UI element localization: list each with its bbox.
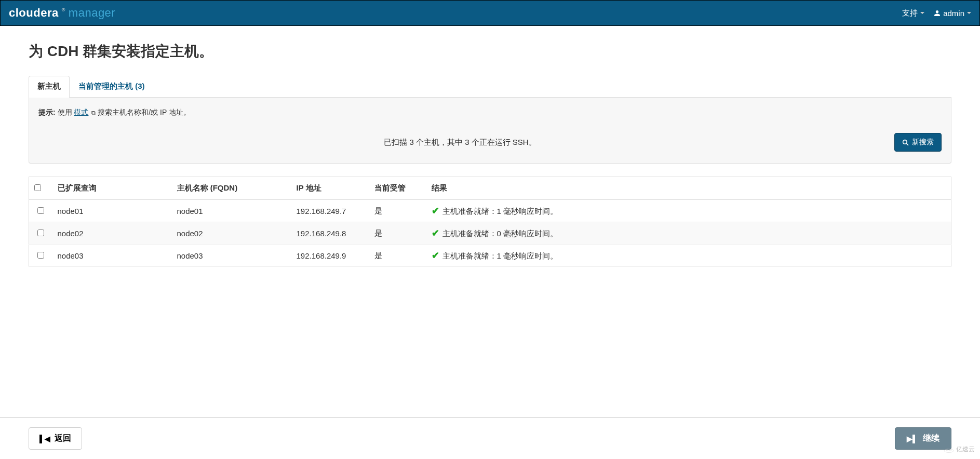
- table-row: node01 node01 192.168.249.7 是 ✔主机准备就绪：1 …: [29, 200, 951, 222]
- cell-managed: 是: [369, 222, 426, 245]
- brand-reg: ®: [62, 7, 65, 12]
- user-icon: [934, 10, 941, 17]
- col-checkbox: [29, 177, 52, 200]
- support-label: 支持: [902, 8, 918, 18]
- table-header-row: 已扩展查询 主机名称 (FQDN) IP 地址 当前受管 结果: [29, 177, 951, 200]
- col-managed: 当前受管: [369, 177, 426, 200]
- cell-ip: 192.168.249.8: [291, 222, 369, 245]
- tip-suffix: 搜索主机名称和/或 IP 地址。: [98, 108, 191, 116]
- cell-result: ✔主机准备就绪：1 毫秒响应时间。: [426, 200, 951, 222]
- check-icon: ✔: [432, 250, 439, 261]
- scan-row: 已扫描 3 个主机，其中 3 个正在运行 SSH。 新搜索: [38, 133, 942, 152]
- cell-ip: 192.168.249.9: [291, 245, 369, 267]
- table-row: node03 node03 192.168.249.9 是 ✔主机准备就绪：1 …: [29, 245, 951, 267]
- navbar: cloudera® manager 支持 admin: [0, 0, 980, 26]
- pattern-link[interactable]: 模式: [74, 108, 88, 116]
- cell-expanded: node03: [52, 245, 172, 267]
- select-all-checkbox[interactable]: [34, 184, 41, 191]
- cell-managed: 是: [369, 245, 426, 267]
- tab-new-hosts[interactable]: 新主机: [29, 76, 70, 98]
- check-icon: ✔: [432, 228, 439, 238]
- user-menu[interactable]: admin: [934, 9, 971, 18]
- row-checkbox[interactable]: [37, 207, 44, 214]
- svg-point-0: [903, 140, 907, 144]
- row-checkbox[interactable]: [37, 252, 44, 259]
- tip-row: 提示: 使用 模式 ⧉ 搜索主机名称和/或 IP 地址。: [38, 108, 942, 117]
- support-menu[interactable]: 支持: [902, 8, 924, 18]
- svg-line-1: [906, 143, 908, 145]
- new-search-button[interactable]: 新搜索: [894, 133, 942, 152]
- brand-cloudera: cloudera: [9, 6, 59, 20]
- cell-result: ✔主机准备就绪：0 毫秒响应时间。: [426, 222, 951, 245]
- col-ip: IP 地址: [291, 177, 369, 200]
- tabs: 新主机 当前管理的主机 (3): [29, 76, 951, 98]
- tip-prefix: 使用: [58, 108, 72, 116]
- cell-result: ✔主机准备就绪：1 毫秒响应时间。: [426, 245, 951, 267]
- cell-managed: 是: [369, 200, 426, 222]
- search-panel: 提示: 使用 模式 ⧉ 搜索主机名称和/或 IP 地址。 已扫描 3 个主机，其…: [29, 98, 951, 164]
- tip-label: 提示:: [38, 108, 56, 116]
- cell-fqdn: node02: [172, 222, 291, 245]
- hosts-table: 已扩展查询 主机名称 (FQDN) IP 地址 当前受管 结果 node01 n…: [29, 177, 951, 267]
- col-result: 结果: [426, 177, 951, 200]
- caret-down-icon: [920, 12, 924, 14]
- new-search-label: 新搜索: [912, 138, 934, 147]
- check-icon: ✔: [432, 206, 439, 216]
- col-fqdn: 主机名称 (FQDN): [172, 177, 291, 200]
- external-link-icon: ⧉: [91, 110, 96, 116]
- user-label: admin: [943, 9, 964, 18]
- brand-logo[interactable]: cloudera® manager: [9, 6, 115, 20]
- main-container: 为 CDH 群集安装指定主机。 新主机 当前管理的主机 (3) 提示: 使用 模…: [0, 26, 980, 277]
- caret-down-icon: [967, 12, 971, 14]
- search-icon: [902, 139, 909, 146]
- navbar-right: 支持 admin: [902, 8, 971, 18]
- row-checkbox[interactable]: [37, 230, 44, 236]
- page-title: 为 CDH 群集安装指定主机。: [29, 42, 951, 61]
- col-expanded: 已扩展查询: [52, 177, 172, 200]
- cell-expanded: node01: [52, 200, 172, 222]
- cell-fqdn: node03: [172, 245, 291, 267]
- cell-expanded: node02: [52, 222, 172, 245]
- tab-managed-hosts[interactable]: 当前管理的主机 (3): [70, 76, 154, 98]
- cell-ip: 192.168.249.7: [291, 200, 369, 222]
- brand-manager: manager: [69, 6, 115, 20]
- table-row: node02 node02 192.168.249.8 是 ✔主机准备就绪：0 …: [29, 222, 951, 245]
- scan-status: 已扫描 3 个主机，其中 3 个正在运行 SSH。: [384, 138, 536, 147]
- cell-fqdn: node01: [172, 200, 291, 222]
